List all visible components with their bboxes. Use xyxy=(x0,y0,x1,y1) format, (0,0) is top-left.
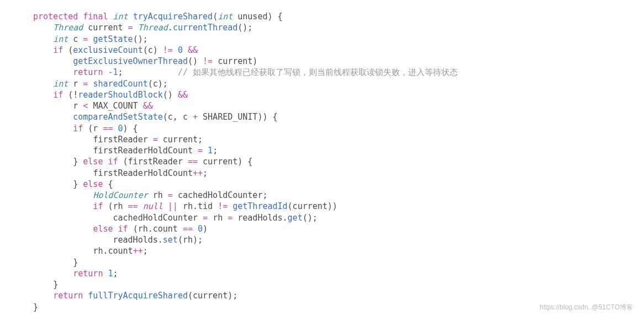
line-9: r < MAX_COUNT && xyxy=(33,101,153,111)
line-22: rh.count++; xyxy=(33,246,148,256)
line-21: readHolds.set(rh); xyxy=(33,235,203,245)
line-16: } else { xyxy=(33,179,113,189)
line-24: return 1; xyxy=(33,269,118,278)
code-block: protected final int tryAcquireShared(int… xyxy=(33,11,611,313)
line-6: return -1; // 如果其他线程已经获取了写锁，则当前线程获取读锁失败，… xyxy=(33,67,458,77)
watermark: https://blog.csdn..@51CTO博客 xyxy=(540,303,633,312)
line-3: int c = getState(); xyxy=(33,34,148,44)
line-13: firstReaderHoldCount = 1; xyxy=(33,146,218,156)
line-10: compareAndSetState(c, c + SHARED_UNIT)) … xyxy=(33,112,278,122)
line-20: else if (rh.count == 0) xyxy=(33,224,208,234)
line-14: } else if (firstReader == current) { xyxy=(33,157,252,167)
line-8: if (!readerShouldBlock() && xyxy=(33,90,188,100)
line-19: cachedHoldCounter = rh = readHolds.get()… xyxy=(33,213,318,223)
line-15: firstReaderHoldCount++; xyxy=(33,168,208,178)
line-4: if (exclusiveCount(c) != 0 && xyxy=(33,45,198,55)
line-7: int r = sharedCount(c); xyxy=(33,79,168,89)
line-23: } xyxy=(33,258,78,267)
line-1: protected final int tryAcquireShared(int… xyxy=(33,12,283,22)
line-26: return fullTryAcquireShared(current); xyxy=(33,291,237,301)
line-12: firstReader = current; xyxy=(33,135,203,144)
line-11: if (r == 0) { xyxy=(33,124,138,133)
line-2: Thread current = Thread.currentThread(); xyxy=(33,23,252,33)
line-18: if (rh == null || rh.tid != getThreadId(… xyxy=(33,201,337,211)
line-27: } xyxy=(33,302,38,312)
line-5: getExclusiveOwnerThread() != current) xyxy=(33,56,257,66)
line-17: HoldCounter rh = cachedHoldCounter; xyxy=(33,190,267,200)
comment: // 如果其他线程已经获取了写锁，则当前线程获取读锁失败，进入等待状态 xyxy=(178,67,458,77)
line-25: } xyxy=(33,280,58,290)
